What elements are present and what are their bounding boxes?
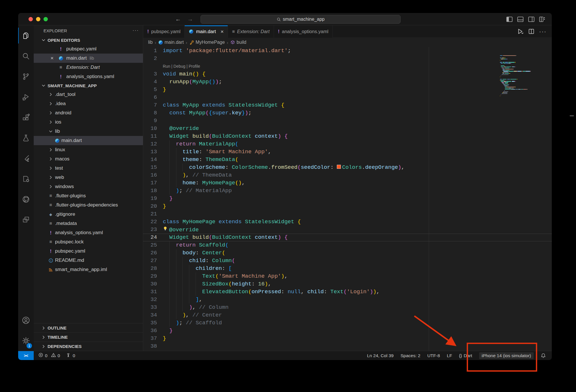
tree-item-windows[interactable]: windows bbox=[34, 182, 143, 191]
lightbulb-icon[interactable] bbox=[163, 226, 169, 234]
code-line-16[interactable]: 16 ), // ThemeData bbox=[143, 171, 552, 179]
open-editor-main-dart[interactable]: ×main.dartlib bbox=[34, 54, 143, 63]
layout-customize-icon[interactable] bbox=[539, 16, 545, 22]
tree-item-analysis-options-yaml[interactable]: !analysis_options.yaml bbox=[34, 228, 143, 237]
activity-flutter[interactable] bbox=[18, 148, 34, 168]
code-line-33[interactable]: 33 ), // Column bbox=[143, 304, 552, 311]
activity-remote-explorer[interactable] bbox=[18, 209, 34, 230]
status-language-mode[interactable]: {}Dart bbox=[459, 353, 472, 358]
close-tab-icon[interactable]: × bbox=[220, 29, 224, 35]
code-line-30[interactable]: 30 SizedBox(height: 16), bbox=[143, 280, 552, 288]
code-line-8[interactable]: 8 const MyApp({super.key}); bbox=[143, 109, 552, 117]
tree-item--metadata[interactable]: ≡.metadata bbox=[34, 219, 143, 228]
code-line-9[interactable]: 9 bbox=[143, 117, 552, 125]
code-line-24[interactable]: 24 Widget build(BuildContext context) { bbox=[143, 234, 552, 241]
code-line-6[interactable]: 6 bbox=[143, 94, 552, 101]
tree-item--dart-tool[interactable]: .dart_tool bbox=[34, 90, 143, 99]
code-line-20[interactable]: 20} bbox=[143, 202, 552, 210]
status-eol[interactable]: LF bbox=[447, 353, 452, 358]
explorer-more-actions-icon[interactable]: ··· bbox=[133, 28, 139, 33]
code-line-36[interactable]: 36 } bbox=[143, 327, 552, 335]
tree-item-readme-md[interactable]: README.md bbox=[34, 256, 143, 265]
ports-indicator[interactable]: 0 bbox=[66, 353, 75, 359]
zoom-window-button[interactable] bbox=[44, 17, 48, 21]
code-line-3[interactable]: 3void main() { bbox=[143, 70, 552, 78]
code-line-4[interactable]: 4 runApp(MyApp()); bbox=[143, 78, 552, 86]
tab-analysis-options-yaml[interactable]: !analysis_options.yaml bbox=[274, 25, 333, 38]
tab-extension-dart[interactable]: ≡Extension: Dart bbox=[228, 25, 274, 38]
tree-item-test[interactable]: test bbox=[34, 164, 143, 173]
tab-main-dart[interactable]: main.dart× bbox=[185, 25, 228, 38]
code-line-10[interactable]: 10 @override bbox=[143, 125, 552, 132]
color-swatch-deep-orange[interactable] bbox=[337, 165, 341, 169]
layout-panel-icon[interactable] bbox=[517, 16, 524, 22]
minimap[interactable] bbox=[500, 55, 537, 98]
remote-indicator[interactable]: >< bbox=[18, 351, 34, 360]
close-window-button[interactable] bbox=[29, 17, 33, 21]
tree-item-smart-machine-app-iml[interactable]: smart_machine_app.iml bbox=[34, 265, 143, 274]
codelens-row[interactable]: Run | Debug | Profile bbox=[143, 63, 552, 70]
activity-testing[interactable] bbox=[18, 128, 34, 148]
tab-pubspec-yaml[interactable]: !pubspec.yaml bbox=[143, 25, 185, 38]
activity-settings[interactable]: 1 bbox=[18, 330, 34, 351]
code-line-38[interactable]: 38 bbox=[143, 342, 552, 350]
navigate-forward-button[interactable]: → bbox=[187, 16, 193, 22]
tree-item--gitignore[interactable]: ◆.gitignore bbox=[34, 210, 143, 219]
code-line-32[interactable]: 32 ], bbox=[143, 296, 552, 304]
tree-item-android[interactable]: android bbox=[34, 108, 143, 118]
open-editors-header[interactable]: OPEN EDITORS bbox=[34, 36, 143, 44]
code-line-27[interactable]: 27 child: Column( bbox=[143, 257, 552, 265]
activity-extensions[interactable] bbox=[18, 107, 34, 128]
code-line-25[interactable]: 25 return Scaffold( bbox=[143, 241, 552, 249]
code-line-29[interactable]: 29 Text('Smart Machine App'), bbox=[143, 272, 552, 280]
status-cursor-position[interactable]: Ln 24, Col 39 bbox=[367, 353, 394, 358]
tree-item-main-dart[interactable]: main.dart bbox=[34, 136, 143, 145]
code-line-5[interactable]: 5} bbox=[143, 86, 552, 94]
layout-sidebar-left-icon[interactable] bbox=[506, 16, 513, 22]
code-line-26[interactable]: 26 body: Center( bbox=[143, 249, 552, 257]
tree-item--flutter-plugins[interactable]: ≡.flutter-plugins bbox=[34, 191, 143, 200]
breadcrumb-build[interactable]: build bbox=[230, 40, 246, 45]
code-editor[interactable]: 1import 'package:flutter/material.dart';… bbox=[143, 47, 552, 351]
code-line-2[interactable]: 2 bbox=[143, 55, 552, 63]
activity-explorer[interactable] bbox=[18, 25, 34, 46]
project-root-header[interactable]: SMART_MACHINE_APP bbox=[34, 81, 143, 90]
code-line-35[interactable]: 35 ); // Scaffold bbox=[143, 319, 552, 327]
tree-item-ios[interactable]: ios bbox=[34, 118, 143, 127]
code-line-1[interactable]: 1import 'package:flutter/material.dart'; bbox=[143, 47, 552, 55]
code-line-21[interactable]: 21 bbox=[143, 210, 552, 218]
open-editor-analysis-options-yaml[interactable]: !analysis_options.yaml bbox=[34, 72, 143, 81]
status-notifications[interactable] bbox=[541, 353, 546, 358]
layout-sidebar-right-icon[interactable] bbox=[528, 16, 535, 22]
run-or-debug-icon[interactable] bbox=[517, 28, 524, 35]
activity-github[interactable] bbox=[18, 189, 34, 209]
tree-item-pubspec-lock[interactable]: ≡pubspec.lock bbox=[34, 237, 143, 247]
tree-item-pubspec-yaml[interactable]: !pubspec.yaml bbox=[34, 247, 143, 256]
status-device-selector[interactable]: iPhone 14 (ios simulator) bbox=[479, 352, 534, 359]
split-editor-icon[interactable] bbox=[528, 28, 535, 35]
code-line-23[interactable]: 23@override bbox=[143, 226, 552, 234]
section-outline[interactable]: OUTLINE bbox=[34, 323, 143, 332]
tree-item-linux[interactable]: linux bbox=[34, 145, 143, 154]
code-line-15[interactable]: 15 colorScheme: ColorScheme.fromSeed(see… bbox=[143, 164, 552, 171]
minimize-window-button[interactable] bbox=[36, 17, 40, 21]
more-actions-icon[interactable]: ··· bbox=[539, 29, 547, 34]
activity-search[interactable] bbox=[18, 46, 34, 66]
code-line-18[interactable]: 18 ); // MaterialApp bbox=[143, 187, 552, 195]
code-line-34[interactable]: 34 ), // Center bbox=[143, 311, 552, 319]
code-line-11[interactable]: 11 Widget build(BuildContext context) { bbox=[143, 132, 552, 140]
command-center-search[interactable]: smart_machine_app bbox=[201, 15, 401, 24]
code-line-7[interactable]: 7class MyApp extends StatelessWidget { bbox=[143, 101, 552, 109]
section-timeline[interactable]: TIMELINE bbox=[34, 332, 143, 342]
code-line-13[interactable]: 13 title: 'Smart Machine App', bbox=[143, 148, 552, 156]
tree-item--flutter-plugins-dependencies[interactable]: ≡.flutter-plugins-dependencies bbox=[34, 200, 143, 210]
activity-run-debug[interactable] bbox=[18, 87, 34, 107]
scrollbar-thumb[interactable] bbox=[570, 115, 574, 116]
navigate-back-button[interactable]: ← bbox=[175, 16, 181, 22]
open-editor-pubspec-yaml[interactable]: !pubspec.yaml bbox=[34, 44, 143, 54]
code-line-14[interactable]: 14 theme: ThemeData( bbox=[143, 156, 552, 164]
code-line-12[interactable]: 12 return MaterialApp( bbox=[143, 140, 552, 148]
tree-item-macos[interactable]: macos bbox=[34, 154, 143, 164]
open-editor-extension-dart[interactable]: ≡Extension: Dart bbox=[34, 63, 143, 72]
activity-source-control[interactable] bbox=[18, 66, 34, 87]
